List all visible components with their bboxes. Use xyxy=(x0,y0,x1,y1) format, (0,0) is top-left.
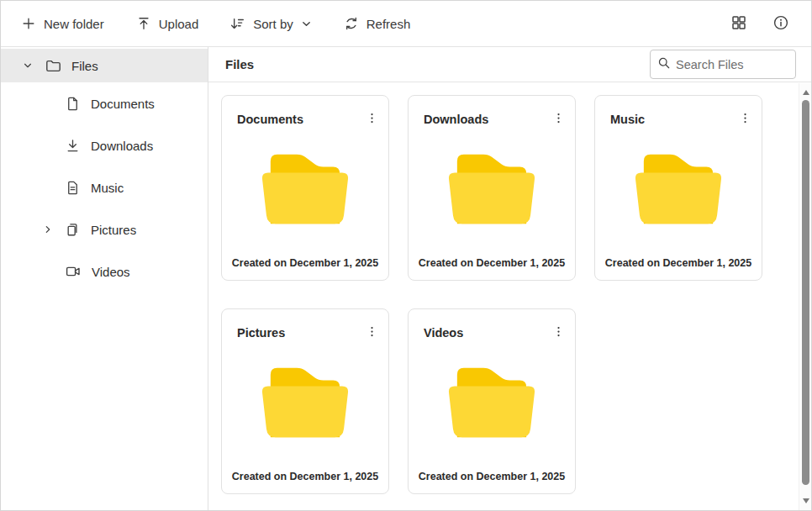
plus-icon xyxy=(21,16,36,31)
refresh-icon xyxy=(344,16,359,31)
details-info-button[interactable] xyxy=(767,9,794,39)
sidebar-item-label: Videos xyxy=(92,265,130,279)
folder-card-title: Downloads xyxy=(424,113,488,126)
sidebar-item-pictures[interactable]: Pictures xyxy=(1,208,208,250)
sort-icon xyxy=(230,16,245,31)
new-folder-label: New folder xyxy=(44,17,104,31)
scroll-up-icon[interactable] xyxy=(799,87,812,98)
folder-grid: Documents Created on December 1, 2025 Do… xyxy=(221,95,783,494)
more-options-icon[interactable] xyxy=(549,108,568,131)
search-box[interactable] xyxy=(650,50,796,79)
new-folder-button[interactable]: New folder xyxy=(11,9,114,38)
pictures-icon xyxy=(65,222,81,238)
main-panel: Files Documents Created on December 1, 2… xyxy=(208,47,811,510)
folder-card-documents[interactable]: Documents Created on December 1, 2025 xyxy=(221,95,389,281)
sidebar-item-label: Downloads xyxy=(91,139,153,153)
search-icon xyxy=(657,56,676,73)
more-options-icon[interactable] xyxy=(362,108,382,131)
folder-large-icon xyxy=(252,148,358,234)
folder-card-pictures[interactable]: Pictures Created on December 1, 2025 xyxy=(221,308,389,494)
upload-label: Upload xyxy=(159,17,199,31)
vertical-scrollbar[interactable] xyxy=(799,83,811,510)
toolbar: New folder Upload Sort by Refresh xyxy=(1,1,811,47)
folder-large-icon xyxy=(252,361,358,447)
body: Files Documents Downloads Music Pictures xyxy=(1,47,811,510)
folder-card-title: Pictures xyxy=(237,326,285,340)
scroll-down-icon[interactable] xyxy=(799,495,812,507)
more-options-icon[interactable] xyxy=(549,321,568,345)
info-icon xyxy=(772,14,789,34)
sidebar-item-label: Documents xyxy=(91,97,155,111)
sidebar-item-label: Pictures xyxy=(91,223,136,237)
sidebar-item-label: Music xyxy=(91,181,124,195)
file-manager-window: New folder Upload Sort by Refresh xyxy=(0,0,812,511)
sidebar-item-downloads[interactable]: Downloads xyxy=(1,124,208,166)
folder-card-videos[interactable]: Videos Created on December 1, 2025 xyxy=(408,308,576,494)
folder-card-caption: Created on December 1, 2025 xyxy=(595,257,762,269)
folder-card-caption: Created on December 1, 2025 xyxy=(222,471,388,482)
file-icon xyxy=(65,96,81,112)
sort-by-button[interactable]: Sort by xyxy=(220,9,322,38)
grid-view-icon xyxy=(730,14,747,34)
scrollbar-thumb[interactable] xyxy=(802,100,809,485)
more-options-icon[interactable] xyxy=(362,321,382,345)
sidebar-item-label: Files xyxy=(71,59,98,73)
folder-card-title: Music xyxy=(610,113,645,126)
video-icon xyxy=(65,263,82,280)
folder-icon xyxy=(45,57,61,74)
search-input[interactable] xyxy=(676,58,788,71)
content-area: Documents Created on December 1, 2025 Do… xyxy=(208,82,811,510)
folder-card-caption: Created on December 1, 2025 xyxy=(409,257,575,269)
folder-card-downloads[interactable]: Downloads Created on December 1, 2025 xyxy=(408,95,576,281)
sidebar-item-documents[interactable]: Documents xyxy=(1,82,208,124)
refresh-label: Refresh xyxy=(366,17,411,31)
grid-view-button[interactable] xyxy=(725,9,752,39)
sort-by-label: Sort by xyxy=(253,17,293,31)
refresh-button[interactable]: Refresh xyxy=(334,9,421,38)
folder-card-caption: Created on December 1, 2025 xyxy=(409,471,575,482)
sidebar-item-files[interactable]: Files xyxy=(1,49,208,82)
chevron-down-icon xyxy=(301,18,312,29)
chevron-down-icon[interactable] xyxy=(21,61,34,71)
more-options-icon[interactable] xyxy=(736,108,755,131)
sidebar-item-music[interactable]: Music xyxy=(1,166,208,208)
sidebar: Files Documents Downloads Music Pictures xyxy=(1,47,208,510)
folder-card-caption: Created on December 1, 2025 xyxy=(222,257,388,269)
folder-card-music[interactable]: Music Created on December 1, 2025 xyxy=(594,95,762,281)
music-file-icon xyxy=(65,180,81,196)
chevron-right-icon[interactable] xyxy=(41,224,55,234)
sidebar-item-videos[interactable]: Videos xyxy=(1,250,208,292)
download-icon xyxy=(65,138,81,154)
main-header: Files xyxy=(208,47,811,82)
folder-large-icon xyxy=(625,148,731,234)
page-title: Files xyxy=(225,57,254,71)
upload-icon xyxy=(136,16,151,31)
upload-button[interactable]: Upload xyxy=(126,9,209,38)
folder-card-title: Videos xyxy=(424,326,463,340)
folder-card-title: Documents xyxy=(237,113,303,126)
folder-large-icon xyxy=(439,148,545,234)
folder-large-icon xyxy=(439,361,545,447)
